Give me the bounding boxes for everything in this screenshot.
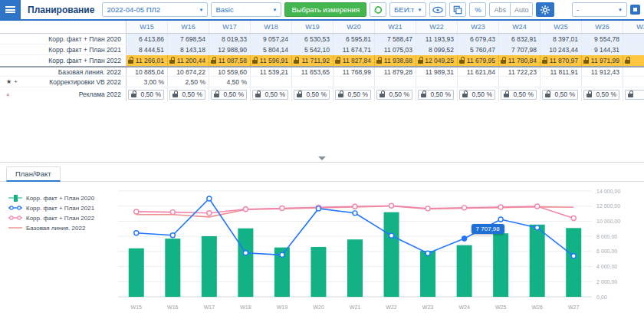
lock-icon[interactable] [586,94,592,97]
lock-icon[interactable] [459,60,465,64]
value-cell[interactable]: 0,50 % [416,87,458,101]
value-cell[interactable]: 9 144,31 [582,44,623,54]
lock-icon[interactable] [418,60,423,64]
value-cell[interactable]: 11 879,28 [375,67,416,76]
column-header[interactable]: W22 [416,21,458,33]
value-cell[interactable]: 11 539,21 [251,67,292,76]
column-header[interactable]: W18 [251,21,292,33]
lock-icon[interactable] [214,94,219,97]
value-cell[interactable]: 6 595,81 [334,34,375,44]
lock-icon[interactable] [335,60,340,64]
column-header[interactable]: W17 [209,21,251,33]
column-header[interactable]: W24 [499,21,540,33]
value-cell[interactable]: 11 266,01 [127,55,168,66]
value-cell[interactable]: 2,50 % [168,77,209,87]
value-cell[interactable]: 0,50 % [458,87,499,101]
value-cell[interactable]: 11 679,95 [458,55,499,66]
widget-button[interactable] [630,5,640,15]
value-cell[interactable]: 11 811,91 [540,67,582,76]
value-cell[interactable]: 0,50 % [499,87,540,101]
abs-button[interactable]: Abs [489,2,511,17]
value-cell[interactable]: 11 087,58 [209,55,251,66]
value-cell[interactable]: 11 938,68 [375,55,416,66]
row-label[interactable]: ×Реклама 2022 [0,87,127,101]
value-cell[interactable] [458,77,499,87]
value-cell[interactable]: 12 049,25 [416,55,458,66]
column-header[interactable]: W20 [334,21,375,33]
value-cell[interactable]: 11 827,84 [334,55,375,66]
view-select[interactable]: Basic ▼ [211,2,281,17]
value-cell[interactable]: 0,50 % [375,87,416,101]
lock-icon[interactable] [255,94,261,97]
row-label[interactable]: Корр. факт + План 2020 [0,34,127,44]
value-cell[interactable]: 11 621,84 [458,67,499,76]
value-cell[interactable] [375,77,416,87]
value-cell[interactable]: 10 874,22 [168,67,209,76]
value-cell[interactable]: 11 075,03 [375,44,416,54]
value-cell[interactable]: 9 057,24 [251,34,292,44]
column-header[interactable]: W15 [127,21,168,33]
value-cell[interactable]: 11 596,91 [251,55,292,66]
value-cell[interactable] [292,77,334,87]
lock-icon[interactable] [294,60,299,64]
value-cell[interactable] [499,77,540,87]
lock-icon[interactable] [545,94,550,97]
value-cell[interactable]: 8 099,52 [416,44,458,54]
row-label[interactable]: ★+Корректировки VB 2022 [0,77,127,87]
value-cell[interactable]: 7 698,54 [168,34,209,44]
value-cell[interactable]: 11 674,71 [334,44,375,54]
lock-icon[interactable] [252,60,258,64]
value-cell[interactable]: 11 971,99 [582,55,623,66]
percent-button[interactable]: % [469,2,486,17]
value-cell[interactable]: 11 653,65 [292,67,334,76]
value-cell[interactable]: 6 413,86 [127,34,168,44]
value-cell[interactable]: 5 760,47 [458,44,499,54]
column-header[interactable]: W25 [540,21,582,33]
collapse-pane-handle[interactable] [311,155,333,162]
value-cell[interactable]: 3,00 % [127,77,168,87]
value-cell[interactable]: 8 397,01 [540,34,582,44]
value-cell[interactable]: 11 989,31 [416,67,458,76]
value-cell[interactable]: 0,50 % [540,87,582,101]
value-cell[interactable]: 10 559,60 [209,67,251,76]
value-cell[interactable]: 6 832,91 [499,34,540,44]
lock-icon[interactable] [421,94,426,97]
value-cell[interactable]: 11 711,92 [292,55,334,66]
refresh-button[interactable] [370,2,386,17]
column-header[interactable]: W26 [582,21,623,33]
value-cell[interactable]: 0,50 % [334,87,375,101]
value-cell[interactable]: 11 870,97 [540,55,582,66]
column-header[interactable]: W21 [375,21,416,33]
select-dimensions-button[interactable]: Выбрать измерения [284,2,366,17]
lock-icon[interactable] [211,60,216,64]
lock-icon[interactable] [297,94,302,97]
lock-icon[interactable] [172,94,178,97]
value-cell[interactable]: 0,50 % [292,87,334,101]
value-cell[interactable]: 10 885,04 [127,67,168,76]
row-label[interactable]: Корр. факт + План 2021 [0,44,127,54]
menu-button[interactable] [0,0,21,19]
lock-icon[interactable] [542,60,547,64]
value-cell[interactable]: 6 530,53 [292,34,334,44]
lock-icon[interactable] [628,94,633,97]
row-label[interactable]: Базовая линия. 2022 [0,67,127,76]
value-cell[interactable]: 0,50 % [127,87,168,101]
legend-item[interactable]: Базовая линия. 2022 [8,224,115,232]
value-cell[interactable]: 8 143,18 [168,44,209,54]
lock-icon[interactable] [462,94,468,97]
lock-icon[interactable] [380,94,385,97]
value-cell[interactable] [582,77,623,87]
visibility-button[interactable] [429,2,446,17]
value-cell[interactable] [623,87,644,101]
unit-select[interactable]: БЕИ:т ▼ [389,2,426,17]
tab-plan-fact[interactable]: План/Факт [6,166,61,182]
auto-button[interactable]: Auto [511,2,534,17]
lock-icon[interactable] [169,60,175,64]
lock-icon[interactable] [128,60,133,64]
column-header[interactable]: W23 [458,21,499,33]
legend-item[interactable]: Корр. факт + План 2020 [8,194,115,202]
value-cell[interactable]: 11 768,99 [334,67,375,76]
value-cell[interactable]: 8 019,33 [209,34,251,44]
column-header[interactable]: W19 [292,21,334,33]
value-cell[interactable]: 11 722,23 [499,67,540,76]
